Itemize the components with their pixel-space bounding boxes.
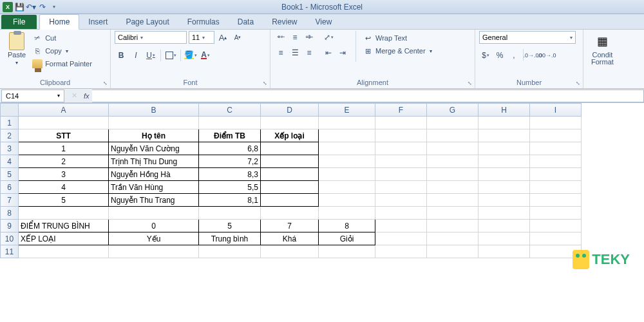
paste-button[interactable]: Paste▾ xyxy=(4,31,30,68)
decrease-decimal-icon[interactable]: .00→.0 xyxy=(540,49,553,62)
accounting-format-icon[interactable]: $ xyxy=(479,49,492,62)
decrease-indent-icon[interactable]: ⇤ xyxy=(322,46,335,59)
col-header[interactable]: H xyxy=(478,104,530,117)
percent-format-icon[interactable]: % xyxy=(493,49,506,62)
formula-input[interactable] xyxy=(92,90,644,102)
cell[interactable]: 5,5 xyxy=(199,181,261,194)
conditional-formatting-button[interactable]: ▦ Condit Format xyxy=(587,31,618,67)
undo-icon[interactable]: ↶▾ xyxy=(26,2,36,12)
align-middle-icon[interactable]: ≡ xyxy=(289,31,301,44)
excel-icon[interactable]: X xyxy=(3,2,13,12)
cell[interactable]: 2 xyxy=(19,155,109,168)
select-all-corner[interactable] xyxy=(1,104,19,117)
cell[interactable]: 0 xyxy=(109,220,199,232)
col-header[interactable]: A xyxy=(19,104,109,117)
underline-button[interactable]: U xyxy=(144,49,157,62)
bold-button[interactable]: B xyxy=(115,49,128,62)
cell[interactable]: XẾP LOẠI xyxy=(19,232,109,245)
col-header[interactable]: I xyxy=(530,104,582,117)
cell[interactable]: ĐIỂM TRUNG BÌNH xyxy=(19,220,109,232)
cell[interactable]: 3 xyxy=(19,168,109,181)
decrease-font-icon[interactable]: A▾ xyxy=(231,31,244,44)
cell[interactable]: 5 xyxy=(19,194,109,207)
row-header[interactable]: 10 xyxy=(1,232,19,245)
increase-font-icon[interactable]: A▴ xyxy=(216,31,229,44)
cell[interactable]: STT xyxy=(19,129,109,142)
col-header[interactable]: B xyxy=(109,104,199,117)
tab-page-layout[interactable]: Page Layout xyxy=(117,15,178,29)
cell[interactable]: 8 xyxy=(319,220,375,232)
row-header[interactable]: 7 xyxy=(1,194,19,207)
row-header[interactable]: 3 xyxy=(1,142,19,155)
align-right-icon[interactable]: ≡ xyxy=(303,46,316,59)
tab-review[interactable]: Review xyxy=(263,15,306,29)
name-box[interactable]: C14▾ xyxy=(1,90,64,102)
cell[interactable]: Nguyễn Hồng Hà xyxy=(109,168,199,181)
copy-button[interactable]: ⎘Copy▾ xyxy=(32,45,92,57)
cell[interactable]: Nguyễn Thu Trang xyxy=(109,194,199,207)
redo-icon[interactable]: ↷ xyxy=(37,2,48,12)
cell[interactable]: 5 xyxy=(199,220,261,232)
row-header[interactable]: 11 xyxy=(1,245,19,258)
cell[interactable] xyxy=(261,181,319,194)
cell[interactable]: Họ tên xyxy=(109,129,199,142)
save-icon[interactable]: 💾 xyxy=(14,2,24,12)
comma-format-icon[interactable]: , xyxy=(507,49,520,62)
cut-button[interactable]: ✂Cut xyxy=(32,32,92,44)
cell[interactable]: Trịnh Thị Thu Dung xyxy=(109,155,199,168)
wrap-text-button[interactable]: ↩Wrap Text xyxy=(363,32,432,44)
fx-icon[interactable]: fx xyxy=(84,92,90,100)
col-header[interactable]: D xyxy=(261,104,319,117)
borders-button[interactable] xyxy=(164,49,177,62)
align-left-icon[interactable]: ≡ xyxy=(274,46,287,59)
row-header[interactable]: 6 xyxy=(1,181,19,194)
cell[interactable]: 1 xyxy=(19,142,109,155)
cell[interactable]: 4 xyxy=(19,181,109,194)
row-header[interactable]: 2 xyxy=(1,129,19,142)
tab-formulas[interactable]: Formulas xyxy=(178,15,229,29)
cell[interactable]: Yếu xyxy=(109,232,199,245)
increase-indent-icon[interactable]: ⇥ xyxy=(336,46,349,59)
cell[interactable]: Trung bình xyxy=(199,232,261,245)
qat-customize-icon[interactable]: ▾ xyxy=(49,2,59,12)
cell[interactable]: Giỏi xyxy=(319,232,375,245)
col-header[interactable]: G xyxy=(427,104,478,117)
cell[interactable]: Xếp loại xyxy=(261,129,319,142)
italic-button[interactable]: I xyxy=(129,49,142,62)
font-name-combo[interactable]: Calibri▾ xyxy=(115,31,187,44)
cell[interactable]: Khá xyxy=(261,232,319,245)
tab-home[interactable]: Home xyxy=(39,14,79,30)
col-header[interactable]: C xyxy=(199,104,261,117)
tab-data[interactable]: Data xyxy=(229,15,263,29)
row-header[interactable]: 8 xyxy=(1,207,19,220)
row-header[interactable]: 1 xyxy=(1,117,19,129)
number-format-combo[interactable]: General▾ xyxy=(479,31,576,44)
cell[interactable]: 7,2 xyxy=(199,155,261,168)
cell[interactable]: Điểm TB xyxy=(199,129,261,142)
row-header[interactable]: 9 xyxy=(1,220,19,232)
cell[interactable]: 7 xyxy=(261,220,319,232)
cell[interactable] xyxy=(261,155,319,168)
row-header[interactable]: 5 xyxy=(1,168,19,181)
merge-center-button[interactable]: ⊞Merge & Center▾ xyxy=(363,45,432,57)
cell[interactable]: Nguyễn Văn Cường xyxy=(109,142,199,155)
cell[interactable] xyxy=(261,194,319,207)
worksheet[interactable]: A B C D E F G H I 1 2 STT Họ tên Điểm TB… xyxy=(0,103,644,258)
fill-color-button[interactable]: 🪣 xyxy=(184,49,197,62)
row-header[interactable]: 4 xyxy=(1,155,19,168)
cell[interactable] xyxy=(261,142,319,155)
align-center-icon[interactable]: ☰ xyxy=(289,46,301,59)
tab-insert[interactable]: Insert xyxy=(79,15,117,29)
align-top-icon[interactable]: ⬴ xyxy=(274,31,287,44)
col-header[interactable]: F xyxy=(375,104,427,117)
orientation-button[interactable]: ⤢ xyxy=(322,31,335,44)
font-color-button[interactable]: A xyxy=(199,49,212,62)
align-bottom-icon[interactable]: ⬲ xyxy=(303,31,316,44)
cell[interactable]: 8,1 xyxy=(199,194,261,207)
cell[interactable]: 8,3 xyxy=(199,168,261,181)
col-header[interactable]: E xyxy=(319,104,375,117)
grid[interactable]: A B C D E F G H I 1 2 STT Họ tên Điểm TB… xyxy=(0,103,582,258)
cell[interactable] xyxy=(261,168,319,181)
tab-view[interactable]: View xyxy=(307,15,341,29)
file-tab[interactable]: File xyxy=(1,15,37,29)
